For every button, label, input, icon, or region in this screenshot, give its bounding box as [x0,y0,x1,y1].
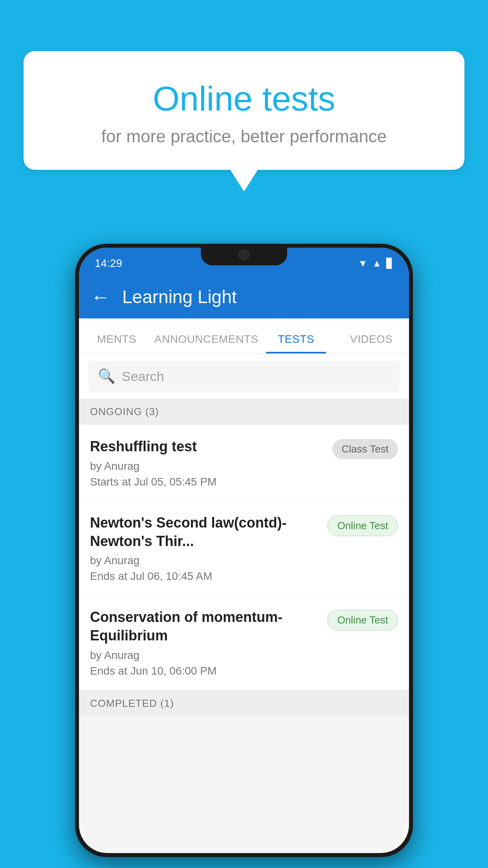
signal-icon: ▲ [372,258,382,269]
test-item-content: Conservation of momentum-Equilibrium by … [90,608,319,677]
test-item-title: Newton's Second law(contd)-Newton's Thir… [90,514,319,551]
phone-frame: 14:29 ▼ ▲ ▊ ← Learning Light MENTS ANNOU… [75,244,413,857]
test-badge-online-2: Online Test [327,610,398,631]
tab-announcements[interactable]: ANNOUNCEMENTS [154,333,259,353]
status-time: 14:29 [95,257,122,270]
bubble-subtitle: for more practice, better performance [55,127,433,146]
test-item[interactable]: Reshuffling test by Anurag Starts at Jul… [79,425,409,501]
ongoing-section-header: ONGOING (3) [79,399,409,425]
tab-videos[interactable]: VIDEOS [334,333,409,353]
test-item-date: Ends at Jul 06, 10:45 AM [90,570,319,583]
test-list: Reshuffling test by Anurag Starts at Jul… [79,425,409,690]
promo-section: Online tests for more practice, better p… [24,51,464,191]
completed-section-header: COMPLETED (1) [79,690,409,717]
search-box[interactable]: 🔍 Search [88,361,400,392]
tab-ments[interactable]: MENTS [79,333,154,353]
test-item[interactable]: Newton's Second law(contd)-Newton's Thir… [79,501,409,596]
test-item-author: by Anurag [90,554,319,567]
test-item-content: Reshuffling test by Anurag Starts at Jul… [90,438,325,488]
tab-bar: MENTS ANNOUNCEMENTS TESTS VIDEOS [79,318,409,354]
test-item-title: Conservation of momentum-Equilibrium [90,608,319,645]
app-bar: ← Learning Light [79,275,409,318]
test-item-date: Starts at Jul 05, 05:45 PM [90,476,325,488]
test-badge-class: Class Test [332,439,398,459]
test-item-author: by Anurag [90,460,325,473]
app-title: Learning Light [122,286,237,307]
search-container: 🔍 Search [79,354,409,399]
test-item-title: Reshuffling test [90,438,325,456]
test-item[interactable]: Conservation of momentum-Equilibrium by … [79,596,409,690]
phone-camera [238,249,250,260]
test-item-author: by Anurag [90,649,319,662]
search-placeholder: Search [122,369,164,384]
bubble-title: Online tests [55,79,433,119]
status-icons: ▼ ▲ ▊ [358,258,393,269]
bubble-tail [230,170,258,191]
back-button[interactable]: ← [91,285,110,308]
speech-bubble: Online tests for more practice, better p… [24,51,464,170]
phone-screen: 14:29 ▼ ▲ ▊ ← Learning Light MENTS ANNOU… [79,248,409,853]
test-item-date: Ends at Jun 10, 06:00 PM [90,665,319,677]
test-badge-online: Online Test [327,515,398,536]
wifi-icon: ▼ [358,258,367,269]
search-icon: 🔍 [98,368,116,384]
phone-mockup: 14:29 ▼ ▲ ▊ ← Learning Light MENTS ANNOU… [75,244,413,857]
phone-notch [201,244,287,265]
test-item-content: Newton's Second law(contd)-Newton's Thir… [90,514,319,583]
tab-tests[interactable]: TESTS [258,333,334,353]
battery-icon: ▊ [386,258,393,269]
